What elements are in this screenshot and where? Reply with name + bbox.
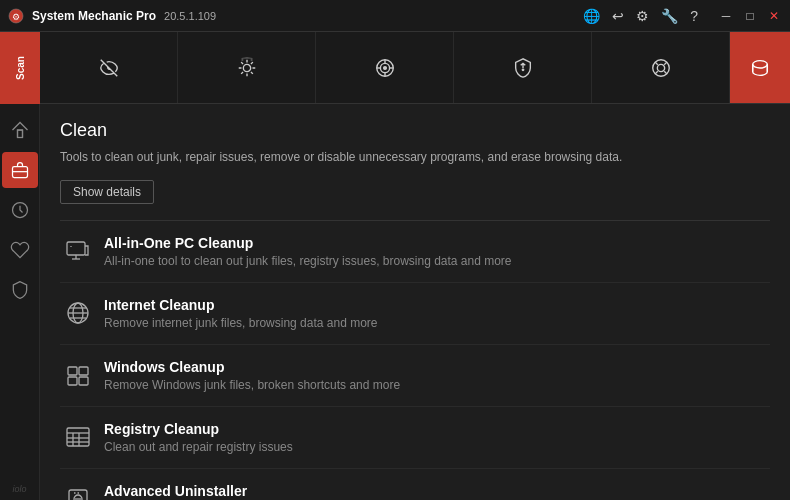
- tool-text-registry: Registry Cleanup Clean out and repair re…: [104, 421, 766, 454]
- toolbar-item-repair[interactable]: [178, 32, 316, 103]
- svg-point-10: [521, 68, 524, 71]
- page-description: Tools to clean out junk, repair issues, …: [60, 149, 770, 166]
- svg-line-13: [655, 62, 658, 65]
- svg-point-5: [383, 66, 386, 69]
- windows-cleanup-icon: [64, 361, 92, 389]
- svg-rect-36: [79, 377, 88, 385]
- svg-rect-34: [79, 367, 88, 375]
- registry-cleanup-icon: [64, 423, 92, 451]
- tool-text-internet: Internet Cleanup Remove internet junk fi…: [104, 297, 766, 330]
- content-inner: Clean Tools to clean out junk, repair is…: [40, 104, 790, 500]
- titlebar-left: ⚙ System Mechanic Pro 20.5.1.109: [8, 8, 216, 24]
- repair-icon: [236, 57, 258, 79]
- sidebar-item-security[interactable]: [2, 272, 38, 308]
- minimize-button[interactable]: ─: [718, 8, 734, 24]
- settings-icon[interactable]: ⚙: [636, 8, 649, 24]
- toolbar-item-support[interactable]: [592, 32, 730, 103]
- svg-text:⚙: ⚙: [12, 12, 20, 22]
- tool-item-registry[interactable]: Registry Cleanup Clean out and repair re…: [60, 407, 770, 469]
- close-button[interactable]: ✕: [766, 8, 782, 24]
- target-icon: [374, 57, 396, 79]
- svg-rect-37: [67, 428, 89, 446]
- heart-icon: [10, 240, 30, 260]
- security-shield-icon: [10, 280, 30, 300]
- tool-desc-all-in-one: All-in-one tool to clean out junk files,…: [104, 254, 766, 268]
- lifebuoy-icon: [650, 57, 672, 79]
- shield-power-icon: [512, 57, 534, 79]
- tool-item-internet[interactable]: Internet Cleanup Remove internet junk fi…: [60, 283, 770, 345]
- home-icon: [10, 120, 30, 140]
- toolbar-item-drum[interactable]: [730, 32, 790, 103]
- toolbar-items: [40, 32, 730, 103]
- main-layout: iolo Clean Tools to clean out junk, repa…: [0, 104, 790, 500]
- tool-desc-internet: Remove internet junk files, browsing dat…: [104, 316, 766, 330]
- toolbar-item-target[interactable]: [316, 32, 454, 103]
- app-title: System Mechanic Pro: [32, 9, 156, 23]
- tool-name-windows: Windows Cleanup: [104, 359, 766, 375]
- tool-desc-registry: Clean out and repair registry issues: [104, 440, 766, 454]
- sidebar-item-health[interactable]: [2, 232, 38, 268]
- svg-rect-33: [68, 367, 77, 375]
- svg-rect-24: [67, 242, 85, 255]
- titlebar: ⚙ System Mechanic Pro 20.5.1.109 🌐 ↩ ⚙ 🔧…: [0, 0, 790, 32]
- page-title: Clean: [60, 120, 770, 141]
- briefcase-icon: [10, 160, 30, 180]
- maximize-button[interactable]: □: [742, 8, 758, 24]
- app-icon: ⚙: [8, 8, 24, 24]
- svg-line-14: [664, 71, 667, 74]
- content-area: Clean Tools to clean out junk, repair is…: [40, 104, 790, 500]
- sidebar: iolo: [0, 104, 40, 500]
- undo-icon[interactable]: ↩: [612, 8, 624, 24]
- help-icon[interactable]: ?: [690, 8, 698, 24]
- window-controls: ─ □ ✕: [718, 8, 782, 24]
- sidebar-item-history[interactable]: [2, 192, 38, 228]
- svg-rect-20: [17, 130, 22, 138]
- svg-rect-35: [68, 377, 77, 385]
- scan-button[interactable]: Scan: [0, 32, 40, 104]
- pc-cleanup-icon: [64, 237, 92, 265]
- toolbar-item-dashboard[interactable]: [40, 32, 178, 103]
- svg-line-15: [664, 62, 667, 65]
- tool-text-all-in-one: All-in-One PC Cleanup All-in-one tool to…: [104, 235, 766, 268]
- app-version: 20.5.1.109: [164, 10, 216, 22]
- tool-item-windows[interactable]: Windows Cleanup Remove Windows junk file…: [60, 345, 770, 407]
- svg-point-12: [657, 64, 664, 71]
- clock-icon: [10, 200, 30, 220]
- eye-slash-icon: [98, 57, 120, 79]
- svg-point-2: [243, 64, 250, 71]
- uninstaller-icon: [64, 485, 92, 500]
- sidebar-item-clean[interactable]: [2, 152, 38, 188]
- show-details-button[interactable]: Show details: [60, 180, 154, 204]
- tool-item-uninstaller[interactable]: Advanced Uninstaller Remove installed pr…: [60, 469, 770, 500]
- tool-name-uninstaller: Advanced Uninstaller: [104, 483, 766, 499]
- tool-list: All-in-One PC Cleanup All-in-one tool to…: [60, 220, 770, 500]
- footer-area: iolo: [12, 478, 26, 496]
- tool-desc-windows: Remove Windows junk files, broken shortc…: [104, 378, 766, 392]
- tool-text-uninstaller: Advanced Uninstaller Remove installed pr…: [104, 483, 766, 500]
- tool-text-windows: Windows Cleanup Remove Windows junk file…: [104, 359, 766, 392]
- toolbar: Scan: [0, 32, 790, 104]
- tool-name-internet: Internet Cleanup: [104, 297, 766, 313]
- tool-item-all-in-one[interactable]: All-in-One PC Cleanup All-in-one tool to…: [60, 221, 770, 283]
- titlebar-right: 🌐 ↩ ⚙ 🔧 ? ─ □ ✕: [583, 8, 782, 24]
- wrench-icon[interactable]: 🔧: [661, 8, 678, 24]
- svg-point-17: [753, 60, 768, 67]
- toolbar-item-shield[interactable]: [454, 32, 592, 103]
- globe-icon[interactable]: 🌐: [583, 8, 600, 24]
- svg-line-16: [655, 71, 658, 74]
- sidebar-item-home[interactable]: [2, 112, 38, 148]
- iolo-logo: iolo: [12, 484, 26, 494]
- drum-icon: [749, 57, 771, 79]
- tool-name-all-in-one: All-in-One PC Cleanup: [104, 235, 766, 251]
- internet-cleanup-icon: [64, 299, 92, 327]
- tool-name-registry: Registry Cleanup: [104, 421, 766, 437]
